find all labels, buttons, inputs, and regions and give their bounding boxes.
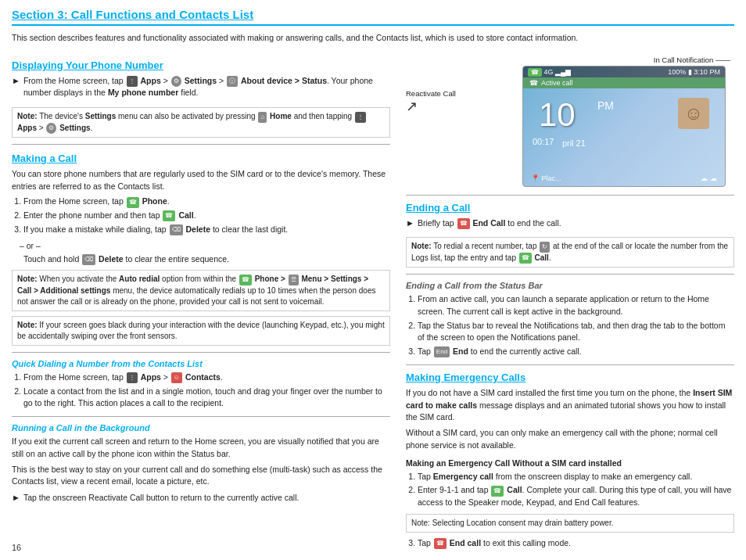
emergency-step3-list: Tap ☎ End call to exit this calling mode…	[406, 537, 734, 550]
right-column: In Call Notification —— Reactivate Call …	[406, 52, 734, 555]
making-step-2: Enter the phone number and then tap ☎ Ca…	[23, 210, 390, 222]
avatar-icon: ☺	[684, 102, 704, 124]
emergency-body2: Without a SIM card, you can only make an…	[406, 427, 734, 452]
delete-icon: ⌫	[170, 224, 183, 235]
settings-icon2: ⚙	[46, 123, 56, 134]
phone-call-active-bar: ☎ Active call	[523, 77, 725, 88]
running-arrow-text: Tap the onscreen Reactivate Call button …	[23, 492, 299, 504]
page-number: 16	[12, 543, 21, 552]
settings-icon: ⚙	[171, 76, 181, 87]
running-arrow-bullet: ► Tap the onscreen Reactivate Call butto…	[12, 492, 390, 508]
phone-icon-green: ☎	[127, 197, 139, 208]
touch-hold-text: Touch and hold ⌫ Delete to clear the ent…	[23, 253, 390, 266]
call-icon3: ☎	[491, 486, 504, 497]
delete-icon2: ⌫	[82, 254, 95, 265]
annotation-top-text: In Call Notification	[654, 56, 714, 64]
ending-step-text: Briefly tap ☎ End Call to end the call.	[418, 217, 561, 230]
ending-title: Ending a Call	[406, 202, 734, 214]
ending-status-step-3: Tap End End to end the currently active …	[418, 346, 734, 358]
divider1	[12, 144, 390, 145]
emergency-note: Note: Selecting Location consent may dra…	[406, 514, 734, 533]
signal-bars: ▂▄▆	[555, 68, 571, 76]
making-step-1: From the Home screen, tap ☎ Phone.	[23, 196, 390, 208]
phone-date: pril 21	[562, 138, 586, 148]
note1: Note: When you activate the Auto redial …	[12, 270, 390, 311]
divider3	[12, 416, 390, 417]
ending-arrow: ► Briefly tap ☎ End Call to end the call…	[406, 217, 734, 233]
quick-dial-title: Quick Dialing a Number from the Contacts…	[12, 359, 390, 368]
intro-text: This section describes features and func…	[12, 32, 734, 44]
making-body: You can store phone numbers that are reg…	[12, 168, 390, 193]
phone-call-duration: 00:17	[533, 137, 554, 146]
phone-call-number: 10	[539, 96, 576, 134]
arrow-icon2: ►	[12, 493, 20, 502]
about-icon: ⓘ	[227, 76, 238, 87]
emergency-step-3: Tap ☎ End call to exit this calling mode…	[418, 537, 734, 550]
running-title: Running a Call in the Background	[12, 423, 390, 433]
annotation-left-text: Reactivate Call ↗	[406, 89, 456, 115]
phone-call-pm: PM	[597, 99, 614, 112]
ending-status-step-1: From an active call, you can launch a se…	[418, 293, 734, 318]
arrow-icon3: ►	[406, 218, 414, 228]
page-title: Section 3: Call Functions and Contacts L…	[12, 8, 734, 21]
phone-screen: ☎ 4G ▂▄▆ 100% ▮ 3:10 PM ☎ Active call	[522, 66, 726, 187]
apps-icon3: ⋮	[127, 372, 138, 383]
contacts-icon: ☺	[171, 372, 182, 383]
making-title: Making a Call	[12, 153, 390, 164]
displaying-step: ► From the Home screen, tap ⋮ Apps > ⚙ S…	[12, 75, 390, 103]
annotation-top: In Call Notification ——	[406, 56, 730, 64]
phone-signal: ☎ 4G ▂▄▆	[528, 68, 571, 76]
displaying-title: Displaying Your Phone Number	[12, 59, 390, 71]
divider-right3	[406, 364, 734, 365]
redial-icon: ↻	[540, 242, 550, 253]
battery-time: 100% ▮ 3:10 PM	[668, 68, 720, 76]
end-call-icon: ☎	[457, 218, 470, 229]
emergency-step-2: Enter 9-1-1 and tap ☎ Call. Complete you…	[418, 484, 734, 509]
page-header: Section 3: Call Functions and Contacts L…	[12, 8, 734, 26]
displaying-text: From the Home screen, tap ⋮ Apps > ⚙ Set…	[23, 75, 390, 100]
phone-status-bar: ☎ 4G ▂▄▆ 100% ▮ 3:10 PM	[523, 66, 725, 77]
making-steps-list: From the Home screen, tap ☎ Phone. Enter…	[12, 196, 390, 235]
making-step-3: If you make a mistake while dialing, tap…	[23, 224, 390, 236]
phone-call-icon: ☎	[529, 79, 538, 87]
call-icon-green: ☎	[163, 210, 175, 221]
call-icon2: ☎	[519, 253, 532, 264]
divider-right2	[406, 274, 734, 275]
quick-dial-step-1: From the Home screen, tap ⋮ Apps > ☺ Con…	[23, 372, 390, 384]
left-column: Displaying Your Phone Number ► From the …	[12, 52, 390, 555]
phone-icon-note: ☎	[239, 275, 252, 285]
emergency-step-1: Tap Emergency call from the onscreen dis…	[418, 471, 734, 483]
ending-status-title: Ending a Call from the Status Bar	[406, 281, 734, 290]
end-call-icon2: ☎	[434, 538, 447, 549]
quick-dial-step-2: Locate a contact from the list and in a …	[23, 386, 390, 411]
ending-status-step-2: Tap the Status bar to reveal the Notific…	[418, 320, 734, 345]
arrow-icon: ►	[12, 76, 20, 85]
displaying-note: Note: The device's Settings menu can als…	[12, 107, 390, 138]
note2: Note: If your screen goes black during y…	[12, 316, 390, 346]
phone-call-label: Active call	[541, 79, 573, 87]
apps-icon2: ⋮	[355, 112, 366, 123]
running-body1: If you exit the current call screen and …	[12, 436, 390, 461]
ending-status-steps: From an active call, you can launch a se…	[406, 293, 734, 358]
running-body2: This is the best way to stay on your cur…	[12, 464, 390, 489]
phone-avatar: ☺	[678, 98, 709, 129]
phone-screenshot-area: In Call Notification —— Reactivate Call …	[406, 56, 734, 187]
divider-right1	[406, 195, 734, 196]
end-icon: End	[434, 346, 450, 357]
home-icon-inline: ⌂	[258, 112, 267, 123]
phone-weather: ☁ ☁	[701, 174, 717, 182]
emergency-steps: Tap Emergency call from the onscreen dis…	[406, 471, 734, 509]
apps-icon: ⋮	[127, 76, 138, 87]
emergency-body1: If you do not have a SIM card installed …	[406, 387, 734, 424]
phone-location: 📍 Plac...	[531, 174, 561, 182]
ending-note: Note: To redial a recent number, tap ↻ a…	[406, 237, 734, 267]
divider2	[12, 352, 390, 353]
emergency-subtitle: Making an Emergency Call Without a SIM c…	[406, 458, 734, 468]
emergency-title: Making Emergency Calls	[406, 372, 734, 383]
quick-dial-steps: From the Home screen, tap ⋮ Apps > ☺ Con…	[12, 372, 390, 410]
or-separator: – or –	[20, 241, 390, 250]
menu-icon: ☰	[289, 275, 299, 285]
